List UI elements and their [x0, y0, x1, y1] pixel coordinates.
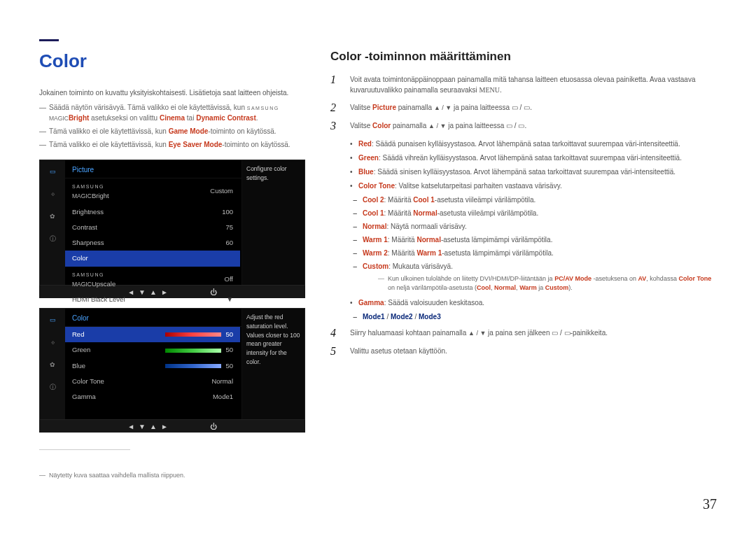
button-icons: ▭ / ▭: [506, 122, 524, 129]
osd-color: ▭ ⟐ ✿ ⓘ Color Red50 Green50 Blue50 Color…: [39, 308, 305, 420]
step-text: Valitse: [350, 122, 372, 129]
row-label: Color Tone: [72, 377, 104, 386]
sub-bullet: Warm 1: Määritä Normal-asetusta lämpimäm…: [350, 234, 717, 245]
hl: Cool 2: [363, 196, 384, 204]
row-label: Sharpness: [72, 238, 104, 248]
bullet-text: : Säädä valoisuuden keskitasoa.: [384, 299, 484, 307]
row-label: HDMI Black Level: [72, 295, 125, 304]
hl: Color Tone: [358, 182, 395, 190]
hl: Normal: [416, 236, 440, 244]
bullet-item: Red: Säädä punaisen kylläisyystasoa. Arv…: [350, 139, 717, 149]
hl: Cinema: [160, 114, 185, 122]
note-text: -toiminto on käytössä.: [222, 141, 290, 148]
osd-picture: ▭ ⟐ ✿ ⓘ Picture SAMSUNGMAGICBrightCustom…: [39, 160, 305, 286]
row-label: Green: [72, 345, 90, 355]
footnote: Näytetty kuva saattaa vaihdella mallista…: [39, 471, 305, 481]
hl: Custom: [363, 262, 388, 270]
row-label: Red: [72, 330, 84, 339]
note-item: Tämä valikko ei ole käytettävissä, kun G…: [39, 126, 305, 136]
step-number: 3: [330, 120, 340, 132]
left-column: Color Jokainen toiminto on kuvattu yksit…: [39, 34, 305, 481]
sub-text: : Määritä: [388, 236, 417, 244]
step-4: 4 Siirry haluamaasi kohtaan painamalla ▲…: [330, 328, 717, 339]
magic-brand-small: SAMSUNG: [72, 272, 104, 277]
osd-description: Adjust the red saturation level. Values …: [241, 309, 304, 419]
sub-text: -asetusta viileämpi värilämpötila.: [435, 196, 536, 204]
step-text: ja paina sen jälkeen: [486, 329, 552, 337]
step-text: painamalla: [391, 122, 428, 129]
hl: Blue: [358, 168, 374, 176]
osd-main: Color Red50 Green50 Blue50 Color ToneNor…: [65, 309, 304, 419]
row-value: Mode1: [213, 392, 233, 402]
step-body: Siirry haluamaasi kohtaan painamalla ▲ /…: [350, 328, 717, 339]
tip-text: Kun ulkoinen tulolähde on liitetty DVI/H…: [388, 275, 554, 282]
page-number: 37: [703, 493, 717, 514]
row-label: Color: [72, 253, 88, 263]
arrow-icons: ▲ / ▼: [434, 104, 451, 111]
step-text: ja paina laitteessa: [451, 104, 512, 111]
row-label: Brightness: [72, 207, 104, 217]
hl: Gamma: [358, 299, 384, 307]
nav-left-icon: ◄: [127, 421, 134, 432]
sub-text: -asetusta viileämpi värilämpötila.: [438, 209, 539, 217]
adjust-icon: ⟐: [46, 337, 59, 349]
adjust-icon: ⟐: [46, 188, 59, 201]
note-text: Tämä valikko ei ole käytettävissä, kun: [49, 127, 169, 135]
hl: Red: [358, 140, 372, 148]
hl: Bright: [69, 114, 89, 122]
bullet-text: : Säädä vihreän kylläisyystasoa. Arvot l…: [379, 154, 682, 162]
osd-row-selected: Red50: [65, 327, 240, 342]
button-icons: ▭ / ▭: [512, 104, 530, 111]
osd-row: SAMSUNGMAGICBrightCustom: [65, 178, 240, 204]
osd-row-selected: Color: [65, 251, 240, 266]
sub-bullet: Mode1 / Mode2 / Mode3: [350, 311, 717, 322]
row-value: 75: [225, 223, 233, 232]
nav-right-icon: ►: [161, 421, 168, 432]
tip-text: on neljä värilämpötila-asetusta (: [388, 284, 477, 291]
note-item: Tämä valikko ei ole käytettävissä, kun E…: [39, 139, 305, 150]
right-column: Color -toiminnon määrittäminen 1 Voit av…: [330, 34, 717, 481]
hl: Eye Saver Mode: [169, 141, 223, 148]
hl: Green: [358, 154, 379, 162]
divider: [39, 449, 130, 450]
osd-bottom-nav: ◄ ▼ ▲ ► ⏻: [39, 420, 305, 433]
step-text: .: [530, 104, 532, 111]
slider-red: [165, 332, 221, 337]
tip-note: Kun ulkoinen tulolähde on liitetty DVI/H…: [378, 274, 717, 293]
osd-row-dim: HDMI Black Level▼: [65, 292, 240, 307]
hl: AV: [638, 275, 647, 282]
osd-sidebar: ▭ ⟐ ✿ ⓘ: [40, 309, 65, 419]
bullet-text: : Säädä punaisen kylläisyystasoa. Arvot …: [372, 140, 680, 148]
display-icon: ▭: [46, 314, 59, 327]
osd-row: Contrast75: [65, 220, 240, 235]
step-text: ja paina laitteessa: [446, 122, 506, 129]
arrow-icons: ▲ / ▼: [428, 122, 446, 129]
step-3: 3 Valitse Color painamalla ▲ / ▼ ja pain…: [330, 120, 717, 132]
sub-text: : Mukauta värisävyä.: [388, 262, 453, 270]
row-value: 60: [225, 238, 233, 248]
sub-bullet: Warm 2: Määritä Warm 1-asetusta lämpimäm…: [350, 248, 717, 258]
hl: Normal: [494, 284, 516, 291]
slider-blue: [165, 364, 221, 368]
bullet-text: : Valitse katselutarpeitasi parhaiten va…: [395, 182, 562, 190]
row-value: Normal: [211, 377, 233, 386]
hl: PC/AV Mode: [554, 275, 592, 282]
note-text: asetukseksi on valittu: [89, 114, 160, 122]
hl: Dynamic Contrast: [196, 114, 256, 122]
step-number: 5: [330, 346, 340, 357]
hl: Normal: [363, 223, 386, 230]
hl: Picture: [372, 104, 396, 111]
row-value: Off: [225, 274, 234, 284]
sub-text: -asetusta lämpimämpi värilämpötila.: [442, 249, 554, 257]
menu-word: MENU: [479, 86, 500, 94]
step-2: 2 Valitse Picture painamalla ▲ / ▼ ja pa…: [330, 102, 717, 113]
hl-blue: Mode2: [391, 313, 413, 321]
note-item: Säädä näytön värisävyä. Tämä valikko ei …: [39, 102, 305, 123]
hl: Cool: [477, 284, 491, 291]
osd-row: GammaMode1: [65, 389, 240, 405]
hl: Cool 1: [363, 209, 384, 217]
power-icon: ⏻: [210, 421, 217, 432]
note-text: tai: [185, 114, 196, 122]
button-icons: ▭ / ▭: [552, 329, 570, 337]
hl: Color: [372, 122, 391, 129]
